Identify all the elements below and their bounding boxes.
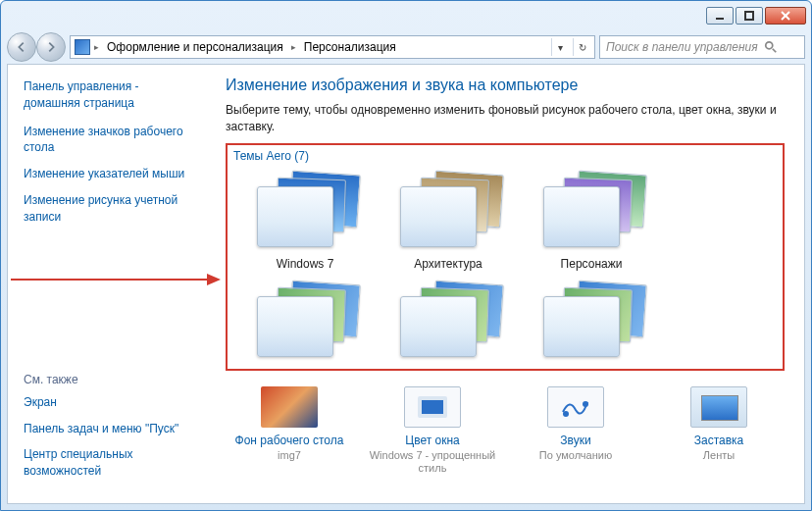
see-also-ease-of-access[interactable]: Центр специальных возможностей [24, 446, 200, 480]
svg-point-6 [563, 411, 569, 417]
settings-row: Фон рабочего стола img7 Цвет окна Window… [226, 386, 785, 475]
theme-group-name: Темы Aero (7) [233, 149, 777, 163]
address-bar[interactable]: ▸ Оформление и персонализация ▸ Персонал… [70, 35, 595, 59]
window-color-value: Windows 7 - упрощенный стиль [369, 449, 496, 475]
window-color-icon [404, 386, 461, 428]
refresh-button[interactable]: ↻ [573, 38, 590, 56]
desktop-background-label: Фон рабочего стола [226, 434, 353, 447]
svg-rect-1 [745, 12, 753, 20]
search-placeholder: Поиск в панели управления [606, 40, 758, 54]
navigation-bar: ▸ Оформление и персонализация ▸ Персонал… [1, 30, 811, 64]
control-panel-home-link[interactable]: Панель управления - домашняя страница [24, 78, 198, 112]
breadcrumb-personalization[interactable]: Персонализация [300, 40, 400, 54]
maximize-button[interactable] [736, 7, 763, 25]
address-dropdown[interactable]: ▾ [551, 38, 569, 56]
theme-caption: Архитектура [384, 257, 512, 271]
theme-item[interactable]: Windows 7 [241, 173, 369, 271]
see-also-title: См. также [24, 373, 200, 386]
window-color-link[interactable]: Цвет окна Windows 7 - упрощенный стиль [369, 386, 496, 475]
theme-item[interactable] [241, 282, 369, 365]
desktop-background-value: img7 [226, 449, 353, 462]
chevron-right-icon: ▸ [94, 42, 99, 52]
main-panel: Изменение изображения и звука на компьют… [214, 65, 804, 503]
nav-buttons [7, 32, 66, 62]
back-button[interactable] [7, 32, 36, 62]
screensaver-link[interactable]: Заставка Ленты [655, 386, 783, 475]
page-description: Выберите тему, чтобы одновременно измени… [226, 102, 785, 135]
svg-point-4 [765, 42, 772, 49]
theme-thumbnail [394, 282, 502, 361]
screensaver-value: Ленты [655, 449, 783, 462]
screensaver-icon [690, 386, 747, 428]
sounds-value: По умолчанию [512, 449, 639, 462]
theme-caption: Персонажи [528, 257, 655, 271]
theme-thumbnail [394, 173, 502, 251]
personalization-window: ▸ Оформление и персонализация ▸ Персонал… [0, 0, 812, 511]
theme-item[interactable]: Персонажи [528, 173, 655, 271]
breadcrumb-appearance[interactable]: Оформление и персонализация [103, 40, 287, 54]
see-also-display[interactable]: Экран [24, 394, 200, 411]
forward-button[interactable] [36, 32, 66, 62]
theme-thumbnail [537, 173, 645, 251]
page-title: Изменение изображения и звука на компьют… [226, 77, 785, 94]
sidebar-link-desktop-icons[interactable]: Изменение значков рабочего стола [24, 124, 198, 157]
sounds-label: Звуки [512, 434, 639, 447]
svg-line-5 [772, 49, 776, 53]
chevron-right-icon: ▸ [291, 42, 296, 52]
titlebar [1, 1, 811, 30]
sidebar: Панель управления - домашняя страница Из… [8, 65, 214, 503]
screensaver-label: Заставка [655, 434, 783, 447]
desktop-background-link[interactable]: Фон рабочего стола img7 [226, 386, 353, 475]
see-also-group: См. также Экран Панель задач и меню "Пус… [24, 373, 200, 489]
theme-thumbnail [537, 282, 645, 361]
content-area: ? Панель управления - домашняя страница … [7, 64, 805, 504]
theme-item[interactable]: Архитектура [384, 173, 512, 271]
sidebar-link-account-picture[interactable]: Изменение рисунка учетной записи [24, 192, 198, 226]
minimize-button[interactable] [706, 7, 734, 25]
control-panel-icon [75, 39, 90, 55]
aero-themes-box: Темы Aero (7) Windows 7АрхитектураПерсон… [226, 143, 785, 371]
theme-item[interactable] [528, 282, 655, 365]
theme-thumbnail [251, 282, 359, 361]
sounds-icon [547, 386, 604, 428]
themes-scroll-area[interactable]: Windows 7АрхитектураПерсонажи [233, 169, 777, 365]
search-input[interactable]: Поиск в панели управления [599, 35, 805, 59]
sidebar-link-mouse-pointers[interactable]: Изменение указателей мыши [24, 166, 198, 182]
see-also-taskbar[interactable]: Панель задач и меню "Пуск" [24, 421, 200, 437]
desktop-background-icon [261, 386, 318, 428]
window-color-label: Цвет окна [369, 434, 496, 447]
close-button[interactable] [765, 7, 806, 25]
theme-caption: Windows 7 [241, 257, 369, 271]
theme-thumbnail [251, 173, 359, 251]
search-icon [764, 40, 778, 54]
sounds-link[interactable]: Звуки По умолчанию [512, 386, 639, 475]
theme-item[interactable] [384, 282, 512, 365]
svg-point-7 [583, 401, 588, 407]
